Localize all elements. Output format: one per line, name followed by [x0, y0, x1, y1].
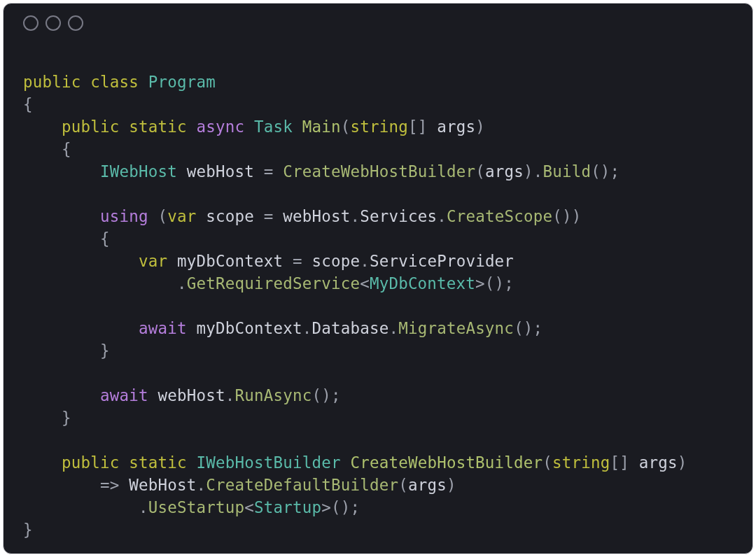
zoom-icon[interactable]	[68, 15, 83, 31]
token-p: ();	[312, 386, 340, 404]
token-p: )	[524, 162, 533, 181]
token-fn: Main	[302, 118, 341, 136]
token-id: myDbContext	[196, 319, 302, 337]
minimize-icon[interactable]	[46, 15, 61, 31]
token-m: CreateWebHostBuilder	[283, 162, 475, 181]
token-p: =	[264, 162, 274, 181]
token-id: args	[485, 162, 524, 181]
token-p: }	[100, 341, 110, 360]
token-p: =>	[100, 476, 120, 494]
token-k: var	[167, 207, 196, 225]
token-p: )	[447, 476, 456, 494]
token-p: (	[475, 162, 485, 181]
token-t: Program	[148, 73, 216, 91]
token-m: GetRequiredService	[187, 274, 360, 292]
token-id: Services	[360, 207, 437, 225]
token-p: )	[678, 453, 687, 472]
token-kf: using	[100, 207, 148, 225]
code-editor[interactable]: public class Program { public static asy…	[4, 43, 752, 541]
token-p: {	[62, 140, 71, 158]
token-p: =	[293, 252, 302, 270]
token-p: ();	[331, 498, 360, 516]
token-p: >	[475, 274, 485, 292]
token-id: Database	[312, 319, 388, 337]
token-id: webHost	[187, 162, 254, 181]
token-p: .	[225, 386, 235, 404]
token-k: public	[62, 453, 119, 472]
token-id: myDbContext	[177, 252, 283, 270]
token-p: []	[408, 118, 428, 136]
token-k: class	[90, 73, 139, 91]
token-p: []	[610, 453, 630, 472]
token-p: (	[158, 207, 167, 225]
token-kf: await	[139, 319, 187, 337]
token-id: args	[639, 453, 678, 472]
token-p: }	[23, 521, 33, 539]
token-m: CreateScope	[447, 207, 552, 225]
token-m: MigrateAsync	[398, 319, 514, 337]
token-m: UseStartup	[148, 498, 244, 516]
token-p: =	[264, 207, 274, 225]
token-id: ServiceProvider	[370, 252, 514, 270]
token-p: >	[321, 498, 331, 516]
token-t: Task	[254, 118, 293, 136]
token-k: string	[552, 453, 610, 472]
token-p: .	[360, 252, 370, 270]
close-icon[interactable]	[23, 15, 38, 31]
titlebar	[4, 3, 752, 43]
token-t: IWebHost	[100, 162, 177, 181]
token-m: Build	[542, 162, 591, 181]
token-id: scope	[312, 252, 360, 270]
token-k: public	[23, 73, 80, 91]
token-kf: await	[100, 386, 148, 404]
token-id: webHost	[158, 386, 225, 404]
token-p: .	[177, 274, 187, 292]
token-id: args	[437, 118, 475, 136]
token-p: ();	[485, 274, 514, 292]
token-t: MyDbContext	[370, 274, 475, 292]
token-p: .	[533, 162, 543, 181]
token-t: IWebHostBuilder	[196, 453, 340, 472]
token-p: <	[244, 498, 254, 516]
token-id: scope	[206, 207, 254, 225]
token-p: .	[388, 319, 398, 337]
token-k: static	[129, 118, 186, 136]
token-p: )	[475, 118, 485, 136]
token-m: RunAsync	[234, 386, 312, 404]
token-p: <	[360, 274, 370, 292]
token-p: (	[341, 118, 351, 136]
token-p: {	[100, 230, 110, 248]
token-p: )	[572, 207, 582, 225]
token-p: .	[302, 319, 312, 337]
token-t: Startup	[254, 498, 321, 516]
token-id: webHost	[283, 207, 350, 225]
token-id: args	[408, 476, 447, 494]
token-k: static	[129, 453, 186, 472]
token-k: public	[62, 118, 119, 136]
token-fn: CreateWebHostBuilder	[350, 453, 542, 472]
token-p: (	[542, 453, 552, 472]
token-id: WebHost	[129, 476, 196, 494]
token-p: .	[139, 498, 148, 516]
token-p: {	[23, 95, 33, 113]
token-m: CreateDefaultBuilder	[206, 476, 398, 494]
code-window: public class Program { public static asy…	[3, 3, 753, 554]
token-k: var	[139, 252, 167, 270]
token-p: .	[196, 476, 206, 494]
token-p: .	[437, 207, 447, 225]
token-p: .	[350, 207, 360, 225]
token-p: }	[62, 409, 71, 427]
token-p: (	[398, 476, 408, 494]
token-kf: async	[196, 118, 244, 136]
token-k: string	[350, 118, 407, 136]
token-p: ();	[591, 162, 620, 181]
token-p: ()	[552, 207, 572, 225]
token-p: ();	[514, 319, 542, 337]
